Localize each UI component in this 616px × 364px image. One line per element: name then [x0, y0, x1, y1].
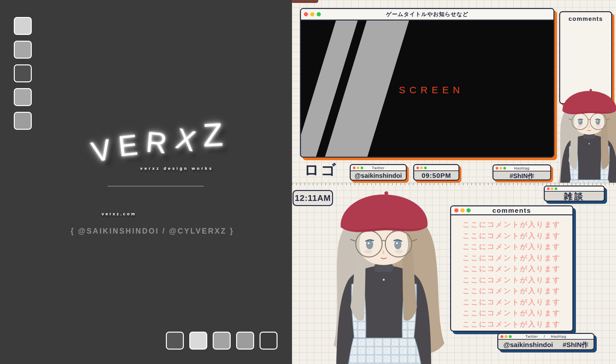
- twitter-handle: @saikinshindoi: [351, 171, 406, 180]
- widget-header: [414, 165, 458, 171]
- comment-placeholder-line: ここにコメントが入ります: [451, 219, 572, 230]
- left-brand-panel: V E R X Z verxz design works verxz.com {…: [0, 0, 292, 364]
- comment-placeholder-line: ここにコメントが入ります: [451, 241, 572, 252]
- widget-label: Twitter: [372, 166, 384, 170]
- hashtag-widget: Hashtag #ShIN作: [492, 164, 551, 180]
- traffic-lights-icon: [304, 12, 321, 16]
- chat-overlay-section: 12:11AM 雑談: [292, 183, 616, 364]
- time-badge: 12:11AM: [293, 190, 333, 206]
- minimize-icon: [505, 335, 508, 338]
- vtuber-character-large: [321, 185, 456, 364]
- comments-panel-title: comments: [560, 15, 611, 22]
- traffic-lights-icon: [454, 208, 471, 212]
- cropped-art-strip: [292, 0, 318, 3]
- divider-line: [107, 186, 204, 186]
- comment-placeholder-line: ここにコメントが入ります: [451, 308, 572, 319]
- hashtag-text: #ShIN作: [563, 340, 589, 349]
- minimize-icon: [357, 167, 359, 169]
- social-handles: { @SAIKINSHINDOI / @CYLVERXZ }: [48, 227, 257, 236]
- widget-header: Twitter: [351, 165, 406, 171]
- traffic-lights-icon: [353, 167, 363, 169]
- comments-list: ここにコメントが入りますここにコメントが入りますここにコメントが入りますここにコ…: [451, 215, 572, 330]
- close-icon: [547, 187, 550, 190]
- widget-header: Hashtag: [493, 165, 550, 171]
- color-swatch: [14, 64, 32, 82]
- logo-letter: E: [117, 130, 139, 161]
- logo-letter: R: [145, 127, 168, 158]
- widget-label: Hashtag: [514, 166, 530, 170]
- game-screen-window: ゲームタイトルやお知らせなど SCREEN: [300, 8, 554, 158]
- time-widget: 09:50PM: [413, 164, 459, 181]
- color-swatch: [189, 332, 207, 350]
- twitter-handle: @saikinshindoi: [503, 341, 553, 349]
- color-swatch: [236, 332, 254, 350]
- chat-topic-text: 雑談: [545, 192, 604, 201]
- game-screen-area: SCREEN: [301, 20, 553, 157]
- vtuber-character-small: [550, 85, 616, 183]
- comment-placeholder-line: ここにコメントが入ります: [451, 275, 572, 286]
- logo-letter: Z: [202, 118, 224, 152]
- website-url: verxz.com: [77, 211, 161, 216]
- window-title: ゲームタイトルやお知らせなど: [386, 11, 468, 18]
- minimize-icon: [551, 187, 553, 190]
- zoom-icon: [317, 12, 321, 16]
- close-icon: [304, 12, 308, 16]
- minimize-icon: [460, 208, 465, 212]
- color-swatch: [166, 332, 184, 350]
- window-titlebar: ゲームタイトルやお知らせなど: [301, 9, 553, 20]
- zoom-icon: [509, 335, 512, 338]
- verxz-neon-logo: V E R X Z: [73, 113, 240, 174]
- zoom-icon: [424, 167, 427, 169]
- logo-placeholder-text: ロゴ: [304, 160, 338, 180]
- clock-time: 09:50PM: [414, 171, 458, 180]
- close-icon: [501, 335, 503, 338]
- logo-letter: X: [173, 124, 198, 156]
- close-icon: [416, 167, 419, 169]
- hashtag-text: #ShIN作: [493, 171, 550, 180]
- social-bar-values: @saikinshindoi #ShIN作: [498, 340, 594, 350]
- close-icon: [454, 208, 458, 212]
- comment-placeholder-line: ここにコメントが入ります: [451, 263, 572, 275]
- comment-placeholder-line: ここにコメントが入ります: [451, 252, 572, 264]
- comment-placeholder-line: ここにコメントが入ります: [451, 285, 572, 297]
- color-swatch: [260, 332, 278, 350]
- close-icon: [353, 167, 355, 169]
- social-bar-label: Twitter / Hashtag: [526, 335, 567, 338]
- comments-window-title: comments: [492, 207, 531, 214]
- zoom-icon: [503, 167, 506, 170]
- close-icon: [496, 167, 498, 170]
- minimize-icon: [310, 12, 314, 16]
- comment-placeholder-line: ここにコメントが入ります: [451, 319, 572, 330]
- traffic-lights-icon: [547, 187, 557, 190]
- color-swatch: [14, 112, 32, 130]
- game-overlay-section: ゲームタイトルやお知らせなど SCREEN ロゴ Twitter: [292, 0, 616, 183]
- minimize-icon: [420, 167, 423, 169]
- zoom-icon: [555, 187, 557, 190]
- color-swatch-row: [166, 332, 278, 350]
- color-swatch: [14, 41, 32, 59]
- minimize-icon: [500, 167, 502, 170]
- color-swatch: [213, 332, 231, 350]
- zoom-icon: [466, 208, 471, 212]
- widget-header: [545, 186, 604, 192]
- comments-window-titlebar: comments: [451, 206, 572, 215]
- social-info-bar: Twitter / Hashtag @saikinshindoi #ShIN作: [497, 333, 595, 350]
- social-bar-header: Twitter / Hashtag: [498, 334, 594, 340]
- color-swatch: [14, 88, 32, 106]
- overlay-showcase-area: ゲームタイトルやお知らせなど SCREEN ロゴ Twitter: [292, 0, 616, 364]
- color-swatch-column: [14, 17, 32, 130]
- chat-topic-window: 雑談: [544, 186, 605, 202]
- design-showcase: V E R X Z verxz design works verxz.com {…: [0, 0, 616, 364]
- logo-tagline: verxz design works: [107, 166, 213, 171]
- comment-placeholder-line: ここにコメントが入ります: [451, 297, 572, 308]
- comment-placeholder-line: ここにコメントが入ります: [451, 230, 572, 242]
- traffic-lights-icon: [416, 167, 427, 169]
- traffic-lights-icon: [496, 167, 506, 170]
- logo-letter: V: [89, 135, 114, 167]
- traffic-lights-icon: [501, 335, 512, 338]
- color-swatch: [14, 17, 32, 35]
- zoom-icon: [361, 167, 363, 169]
- twitter-widget: Twitter @saikinshindoi: [350, 164, 407, 181]
- comments-window: comments ここにコメントが入りますここにコメントが入りますここにコメント…: [450, 205, 573, 332]
- screen-placeholder-label: SCREEN: [399, 85, 464, 95]
